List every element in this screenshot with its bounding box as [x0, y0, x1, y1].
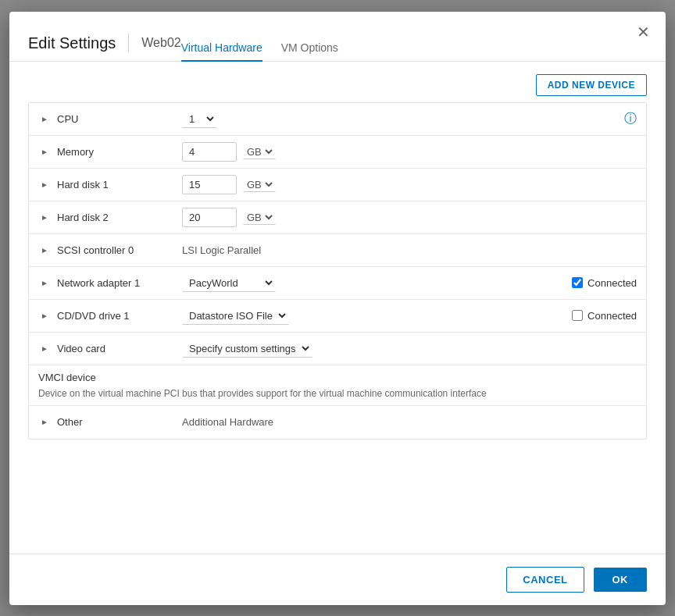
other-static: Additional Hardware — [182, 416, 273, 428]
cpu-select-wrapper: 1 2 4 8 16 — [182, 110, 217, 128]
hard-disk-1-label: Hard disk 1 — [57, 179, 182, 190]
network-connected-text: Connected — [588, 277, 637, 289]
hard-disk-1-expand-icon[interactable]: ► — [38, 178, 51, 190]
video-card-expand-icon[interactable]: ► — [38, 342, 51, 354]
memory-value: GB MB — [182, 142, 637, 162]
network-adapter-row: ► Network adapter 1 PacyWorld VM Network… — [29, 267, 646, 300]
dialog-subtitle: Web02 — [141, 36, 180, 50]
hard-disk-2-expand-icon[interactable]: ► — [38, 211, 51, 223]
cpu-expand-icon[interactable]: ► — [38, 112, 51, 125]
network-connected-area: Connected — [572, 277, 637, 289]
scsi-label: SCSI controller 0 — [57, 244, 182, 256]
add-new-device-button[interactable]: ADD NEW DEVICE — [536, 74, 647, 96]
ok-button[interactable]: OK — [594, 568, 648, 592]
cddvd-connected-checkbox[interactable] — [572, 310, 583, 321]
hard-disk-1-value: GB MB TB — [182, 175, 637, 194]
hard-disk-1-row: ► Hard disk 1 GB MB TB — [29, 169, 646, 201]
video-card-select[interactable]: Specify custom settings Auto detect sett… — [182, 340, 312, 358]
scsi-expand-icon[interactable]: ► — [38, 244, 51, 256]
settings-table: ► CPU 1 2 4 8 16 ⓘ — [28, 102, 647, 440]
hard-disk-2-label: Hard disk 2 — [57, 212, 182, 223]
memory-label: Memory — [57, 146, 182, 158]
memory-input[interactable] — [182, 142, 237, 162]
network-label: Network adapter 1 — [57, 277, 182, 289]
cddvd-connected-label: Connected — [572, 310, 637, 322]
hard-disk-2-row: ► Hard disk 2 GB MB TB — [29, 201, 646, 234]
network-select[interactable]: PacyWorld VM Network Management — [182, 274, 276, 292]
cddvd-connected-area: Connected — [572, 310, 637, 322]
cpu-value: 1 2 4 8 16 — [182, 110, 624, 128]
dialog-footer: CANCEL OK — [9, 554, 666, 605]
cpu-select[interactable]: 1 2 4 8 16 — [182, 110, 217, 128]
tab-bar: Virtual Hardware VM Options — [181, 35, 357, 61]
vmci-title: VMCI device — [38, 372, 96, 383]
hard-disk-2-value: GB MB TB — [182, 208, 637, 227]
dialog-header: Edit Settings Web02 ✕ Virtual Hardware V… — [9, 12, 666, 62]
vmci-section: VMCI device Device on the virtual machin… — [29, 365, 646, 406]
video-card-value: Specify custom settings Auto detect sett… — [182, 340, 637, 358]
dialog-body: ADD NEW DEVICE ► CPU 1 2 4 8 16 — [9, 62, 666, 554]
network-connected-checkbox[interactable] — [572, 277, 583, 288]
scsi-static: LSI Logic Parallel — [182, 244, 261, 256]
tab-vm-options[interactable]: VM Options — [281, 35, 338, 62]
memory-row: ► Memory GB MB — [29, 136, 646, 169]
cddvd-label: CD/DVD drive 1 — [57, 310, 182, 322]
network-connected-label: Connected — [572, 277, 637, 289]
hard-disk-1-unit-select[interactable]: GB MB TB — [243, 177, 276, 192]
cddvd-value: Datastore ISO File Client Device Host De… — [182, 307, 572, 325]
vmci-title-row: VMCI device — [29, 365, 646, 385]
cddvd-connected-text: Connected — [588, 310, 637, 322]
other-expand-icon[interactable]: ► — [38, 416, 51, 429]
other-value: Additional Hardware — [182, 416, 637, 428]
memory-unit-select[interactable]: GB MB — [243, 144, 276, 159]
close-button[interactable]: ✕ — [637, 24, 650, 40]
cddvd-expand-icon[interactable]: ► — [38, 309, 51, 322]
cpu-info-icon[interactable]: ⓘ — [624, 111, 637, 127]
edit-settings-dialog: Edit Settings Web02 ✕ Virtual Hardware V… — [9, 12, 666, 605]
cddvd-row: ► CD/DVD drive 1 Datastore ISO File Clie… — [29, 300, 646, 333]
other-label: Other — [57, 416, 182, 428]
network-value: PacyWorld VM Network Management — [182, 274, 572, 292]
cddvd-select[interactable]: Datastore ISO File Client Device Host De… — [182, 307, 289, 325]
cpu-row: ► CPU 1 2 4 8 16 ⓘ — [29, 103, 646, 136]
memory-expand-icon[interactable]: ► — [38, 145, 51, 158]
scsi-controller-row: ► SCSI controller 0 LSI Logic Parallel — [29, 234, 646, 267]
tab-virtual-hardware[interactable]: Virtual Hardware — [181, 35, 262, 62]
title-divider — [128, 34, 129, 52]
other-row: ► Other Additional Hardware — [29, 406, 646, 439]
video-card-label: Video card — [57, 343, 182, 354]
dialog-title: Edit Settings — [28, 34, 116, 52]
hard-disk-1-input[interactable] — [182, 175, 237, 194]
cpu-label: CPU — [57, 113, 182, 125]
cancel-button[interactable]: CANCEL — [506, 567, 584, 593]
vmci-description: Device on the virtual machine PCI bus th… — [29, 385, 646, 405]
toolbar: ADD NEW DEVICE — [28, 74, 647, 96]
hard-disk-2-unit-select[interactable]: GB MB TB — [243, 210, 276, 225]
hard-disk-2-input[interactable] — [182, 208, 237, 227]
video-card-row: ► Video card Specify custom settings Aut… — [29, 333, 646, 365]
network-expand-icon[interactable]: ► — [38, 276, 51, 289]
scsi-value: LSI Logic Parallel — [182, 244, 637, 256]
